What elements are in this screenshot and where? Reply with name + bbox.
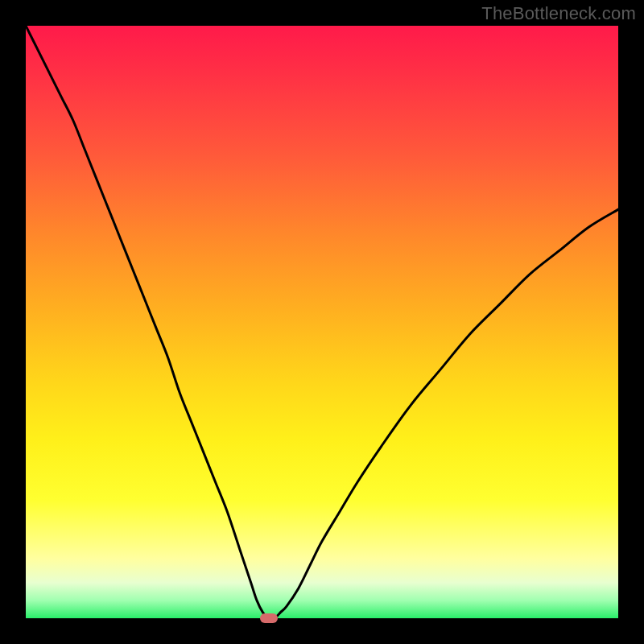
optimum-marker — [260, 613, 278, 623]
bottleneck-curve — [26, 26, 618, 618]
plot-area — [26, 26, 618, 618]
chart-frame: TheBottleneck.com — [0, 0, 644, 644]
watermark-text: TheBottleneck.com — [481, 3, 636, 24]
